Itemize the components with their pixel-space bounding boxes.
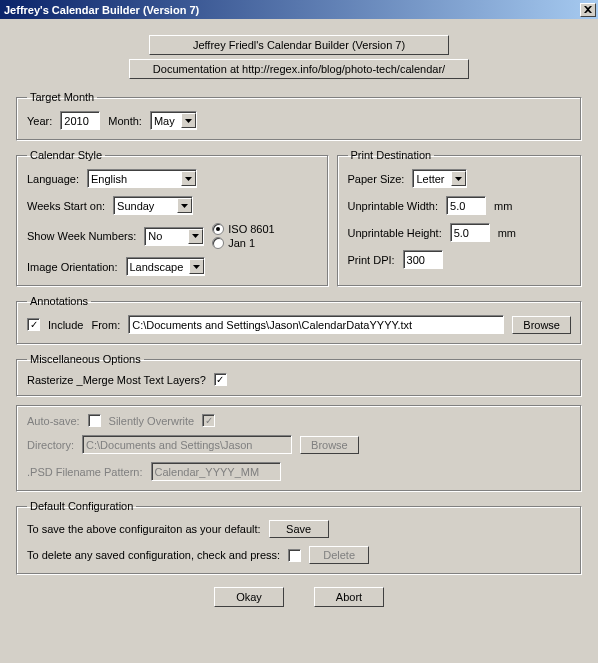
chevron-down-icon <box>181 113 196 128</box>
jan-1-label: Jan 1 <box>228 237 255 249</box>
language-select[interactable]: English <box>87 169 197 188</box>
month-select[interactable]: May <box>150 111 197 130</box>
autosave-label: Auto-save: <box>27 415 80 427</box>
weeks-start-select[interactable]: Sunday <box>113 196 193 215</box>
annotations-legend: Annotations <box>27 295 91 307</box>
save-config-text: To save the above configuraiton as your … <box>27 523 261 535</box>
language-label: Language: <box>27 173 79 185</box>
default-config-group: Default Configuration To save the above … <box>16 500 582 575</box>
delete-config-text: To delete any saved configuration, check… <box>27 549 280 561</box>
footer-buttons: Okay Abort <box>16 587 582 607</box>
paper-size-select[interactable]: Letter <box>412 169 466 188</box>
calendar-style-legend: Calendar Style <box>27 149 105 161</box>
include-label: Include <box>48 319 83 331</box>
autosave-checkbox[interactable] <box>88 414 101 427</box>
include-checkbox[interactable] <box>27 318 40 331</box>
close-icon <box>584 6 592 13</box>
month-label: Month: <box>108 115 142 127</box>
chevron-down-icon <box>188 229 203 244</box>
mm-label: mm <box>498 227 516 239</box>
delete-config-checkbox[interactable] <box>288 549 301 562</box>
weeks-start-label: Weeks Start on: <box>27 200 105 212</box>
print-destination-legend: Print Destination <box>348 149 435 161</box>
rasterize-checkbox[interactable] <box>214 373 227 386</box>
default-config-legend: Default Configuration <box>27 500 136 512</box>
target-month-group: Target Month Year: 2010 Month: May <box>16 91 582 141</box>
paper-size-label: Paper Size: <box>348 173 405 185</box>
unprintable-width-input[interactable]: 5.0 <box>446 196 486 215</box>
delete-config-button: Delete <box>309 546 369 564</box>
app-title-button[interactable]: Jeffrey Friedl's Calendar Builder (Versi… <box>149 35 449 55</box>
directory-label: Directory: <box>27 439 74 451</box>
unprintable-height-label: Unprintable Height: <box>348 227 442 239</box>
show-week-label: Show Week Numbers: <box>27 230 136 242</box>
unprintable-width-label: Unprintable Width: <box>348 200 439 212</box>
annotations-path-input[interactable]: C:\Documents and Settings\Jason\Calendar… <box>128 315 504 334</box>
silently-overwrite-checkbox[interactable] <box>202 414 215 427</box>
chevron-down-icon <box>189 259 204 274</box>
from-label: From: <box>91 319 120 331</box>
misc-options-group: Miscellaneous Options Rasterize _Merge M… <box>16 353 582 397</box>
show-week-select[interactable]: No <box>144 227 204 246</box>
print-dpi-input[interactable]: 300 <box>403 250 443 269</box>
psd-pattern-input: Calendar_YYYY_MM <box>151 462 281 481</box>
close-button[interactable] <box>580 3 596 17</box>
year-label: Year: <box>27 115 52 127</box>
orientation-select[interactable]: Landscape <box>126 257 206 276</box>
psd-pattern-label: .PSD Filename Pattern: <box>27 466 143 478</box>
orientation-label: Image Orientation: <box>27 261 118 273</box>
directory-input: C:\Documents and Settings\Jason <box>82 435 292 454</box>
window-title: Jeffrey's Calendar Builder (Version 7) <box>4 4 199 16</box>
chevron-down-icon <box>451 171 466 186</box>
print-dpi-label: Print DPI: <box>348 254 395 266</box>
rasterize-label: Rasterize _Merge Most Text Layers? <box>27 374 206 386</box>
chevron-down-icon <box>181 171 196 186</box>
save-config-button[interactable]: Save <box>269 520 329 538</box>
calendar-style-group: Calendar Style Language: English Weeks S… <box>16 149 329 287</box>
target-month-legend: Target Month <box>27 91 97 103</box>
browse-annotations-button[interactable]: Browse <box>512 316 571 334</box>
header-buttons: Jeffrey Friedl's Calendar Builder (Versi… <box>16 35 582 79</box>
iso-8601-label: ISO 8601 <box>228 223 274 235</box>
titlebar: Jeffrey's Calendar Builder (Version 7) <box>0 0 598 19</box>
dialog-content: Jeffrey Friedl's Calendar Builder (Versi… <box>0 19 598 623</box>
misc-options-legend: Miscellaneous Options <box>27 353 144 365</box>
documentation-button[interactable]: Documentation at http://regex.info/blog/… <box>129 59 469 79</box>
silently-overwrite-label: Silently Overwrite <box>109 415 195 427</box>
year-input[interactable]: 2010 <box>60 111 100 130</box>
browse-directory-button: Browse <box>300 436 359 454</box>
annotations-group: Annotations Include From: C:\Documents a… <box>16 295 582 345</box>
iso-8601-radio[interactable] <box>212 223 224 235</box>
mm-label: mm <box>494 200 512 212</box>
print-destination-group: Print Destination Paper Size: Letter Unp… <box>337 149 582 287</box>
jan-1-radio[interactable] <box>212 237 224 249</box>
unprintable-height-input[interactable]: 5.0 <box>450 223 490 242</box>
autosave-group: Auto-save: Silently Overwrite Directory:… <box>16 405 582 492</box>
okay-button[interactable]: Okay <box>214 587 284 607</box>
abort-button[interactable]: Abort <box>314 587 384 607</box>
chevron-down-icon <box>177 198 192 213</box>
